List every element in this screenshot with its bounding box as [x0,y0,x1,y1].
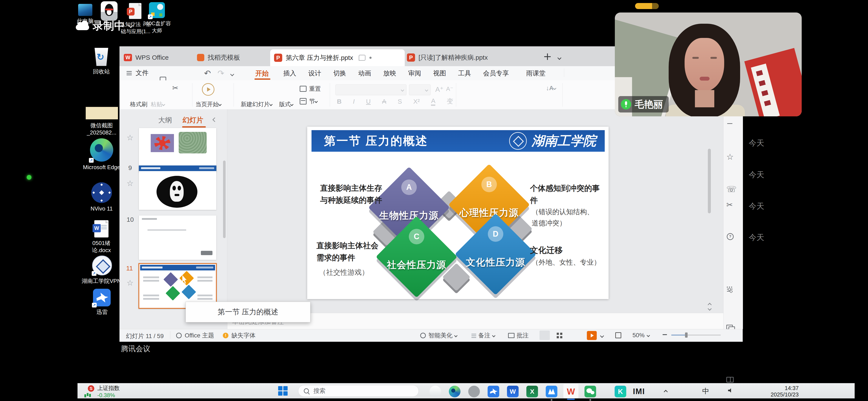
shadow-icon[interactable]: S [398,98,402,105]
desktop-icon-nvivo[interactable]: NVivo 11 [91,182,117,212]
collapse-icon[interactable] [727,123,733,124]
book-read-icon[interactable] [726,377,734,382]
line-spacing-icon[interactable]: ↓A [546,84,556,92]
start-button[interactable] [278,386,282,391]
recording-badge[interactable]: 录制中 [76,19,133,33]
taskbar-icon-wechat[interactable] [585,386,596,397]
taskbar-stock-widget[interactable]: S 上证指数 -0.38% [84,384,120,399]
panel-scrollbar[interactable] [223,161,226,238]
desktop-icon-recycle-bin[interactable]: ↻ 回收站 [94,48,117,75]
theme-button[interactable]: Office 主题 [176,332,214,340]
text-effect-icon[interactable]: 变 [447,97,453,106]
tab-view[interactable]: 视图 [433,69,446,78]
font-color-icon[interactable]: A [431,97,435,106]
superscript-icon[interactable]: X² [413,98,420,105]
taskbar-icon-wps-active[interactable]: W [565,386,577,397]
webcam-video[interactable]: 毛艳丽 [615,12,802,116]
taskbar-icon-widget[interactable] [430,386,441,397]
taskbar-icon-app[interactable] [468,386,480,397]
star-icon[interactable]: ☆ [127,278,133,287]
section-button[interactable]: 节 [300,97,317,105]
tab-home[interactable]: 开始 [255,69,269,78]
reset-button[interactable]: 重置 [300,85,321,93]
increase-font-icon[interactable]: A⁺ [435,85,443,93]
italic-icon[interactable]: I [353,98,354,105]
undo-icon[interactable]: ↶ [204,68,211,78]
new-tab-button[interactable] [544,53,551,60]
slide-thumb-9[interactable] [139,166,216,210]
strikethrough-icon[interactable]: A [382,98,386,105]
zoom-level[interactable]: 50% [632,332,650,339]
smart-beautify-button[interactable]: 智能美化 [420,332,457,340]
more-icon[interactable] [727,287,728,288]
cut-icon[interactable]: ✂ [172,84,179,92]
file-menu[interactable]: 文件 [127,68,149,77]
redo-icon[interactable]: ↷ [217,68,224,78]
desktop-icon-360-disk[interactable]: ↗ 360C盘扩容大师 [149,2,172,34]
taskbar-icon-tencent-meeting[interactable] [546,386,557,397]
paste-label[interactable]: 粘贴 [151,101,165,108]
star-favorite-icon[interactable]: ☆ [726,152,734,162]
play-from-current-icon[interactable] [202,83,214,96]
tray-clock[interactable]: 14:37 2025/10/23 [758,385,799,398]
tab-review[interactable]: 审阅 [408,69,421,78]
slide-sorter-view-icon[interactable] [557,333,559,335]
tab-design[interactable]: 设计 [308,69,321,78]
taskbar-icon-imi[interactable]: IMI [633,387,645,396]
tab-transition[interactable]: 切换 [333,69,346,78]
notes-button[interactable]: 备注 [471,332,495,340]
tab-insert[interactable]: 插入 [283,69,296,78]
underline-icon[interactable]: U [366,98,371,105]
desktop-icon-wechat-screenshot[interactable]: 微信截图_2025082... [86,107,123,136]
tab-membership[interactable]: 会员专享 [483,69,509,78]
bold-icon[interactable]: B [337,98,342,105]
slideshow-play-button[interactable] [587,331,597,340]
tab-document-readonly[interactable]: P [只读]了解精神疾病.pptx [407,50,540,65]
play-from-current-label[interactable]: 当页开始 [195,101,221,108]
ime-indicator[interactable]: 中 [702,386,709,396]
tab-document-active[interactable]: P 第六章 压力与挫折.pptx [270,49,405,66]
taskbar-icon-excel[interactable]: X [526,386,538,397]
tab-tools[interactable]: 工具 [458,69,471,78]
comment-bubble-icon[interactable] [359,55,366,61]
tab-docer[interactable]: 找稻壳模板 [197,50,268,65]
background-red-object [744,48,802,116]
slides-tab[interactable]: 幻灯片 [183,115,203,125]
tools-cut-icon[interactable]: ✂ [726,200,733,209]
help-icon[interactable]: ? [727,233,734,240]
desktop-icon-edge[interactable]: ↗ Microsoft Edge [90,138,121,171]
tab-rain-classroom[interactable]: 雨课堂 [526,69,546,78]
unsaved-dot-icon[interactable] [369,57,372,59]
font-family-select[interactable] [335,84,406,95]
chevron-down-icon[interactable] [128,22,134,28]
layout-label[interactable]: 版式 [279,101,293,108]
taskbar-icon-edge[interactable] [449,386,461,397]
fullscreen-icon[interactable] [615,332,621,338]
desktop-icon-thunder[interactable]: ↗ 迅雷 [93,289,115,316]
missing-font-warning[interactable]: ! 缺失字体 [223,332,255,340]
desktop-icon-word-doc[interactable]: W 0501绪论.docx [94,220,118,254]
star-icon[interactable]: ☆ [127,133,133,142]
decrease-font-icon[interactable]: A⁻ [446,85,453,92]
tab-wps-home[interactable]: W WPS Office [124,50,195,65]
outline-tab[interactable]: 大纲 [158,115,172,125]
adjust-settings-icon[interactable] [727,288,733,292]
desktop-icon-vpn[interactable]: ↗ 湖南工学院VPN [92,256,122,285]
tab-slideshow[interactable]: 放映 [383,69,396,78]
taskbar-icon-kdocs[interactable]: K [615,386,626,397]
comments-button[interactable]: 批注 [508,332,529,340]
share-screen-icon[interactable] [726,325,733,330]
taskbar-icon-thunder[interactable] [488,386,499,397]
new-slide-label[interactable]: 新建幻灯片 [241,101,272,108]
font-size-select[interactable] [409,84,431,95]
phone-icon[interactable]: ☏ [726,184,737,194]
taskbar-icon-word[interactable]: W [507,386,519,397]
slide-scrollbar[interactable] [708,149,711,213]
tab-animation[interactable]: 动画 [358,69,371,78]
format-painter-label[interactable]: 格式刷 [128,101,149,108]
star-icon[interactable]: ☆ [127,179,133,188]
taskbar-search[interactable]: 搜索 [298,385,419,397]
slide-thumb-10[interactable] [139,216,216,260]
zoom-out-button[interactable] [662,334,667,335]
zoom-slider-thumb[interactable] [685,333,688,338]
